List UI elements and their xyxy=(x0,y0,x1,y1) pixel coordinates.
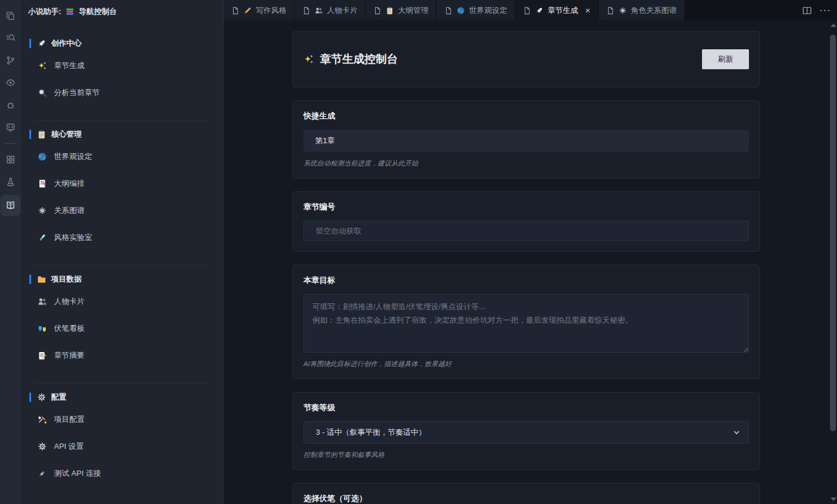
sidebar-section-2: 项目数据人物卡片伏笔看板章节摘要 xyxy=(21,266,223,383)
sidebar-item[interactable]: 伏笔看板 xyxy=(21,315,223,342)
debug-bug-icon xyxy=(6,100,15,110)
activity-item-debug-bug[interactable] xyxy=(0,94,21,116)
scrollbar-thumb[interactable] xyxy=(830,35,836,431)
tab-label: 章节生成 xyxy=(548,5,578,16)
chapter-goal-textarea[interactable] xyxy=(303,294,749,353)
sidebar-item-label: API 设置 xyxy=(54,441,84,452)
sidebar-item[interactable]: 关系图谱 xyxy=(21,197,223,224)
tab-close-icon[interactable]: × xyxy=(585,6,590,15)
sparkles-icon xyxy=(303,54,314,65)
sidebar-item-label: 分析当前章节 xyxy=(54,87,100,98)
busts-icon xyxy=(315,6,323,15)
sidebar-item[interactable]: API 设置 xyxy=(21,433,223,460)
pencil-icon xyxy=(244,6,252,15)
sidebar-item[interactable]: 章节生成 xyxy=(21,52,223,79)
activity-item-source-control[interactable] xyxy=(0,49,21,72)
activity-item-test-flask[interactable] xyxy=(0,171,21,193)
novel-book-icon xyxy=(6,201,15,210)
memo-icon xyxy=(38,179,47,188)
sidebar-item-label: 伏笔看板 xyxy=(54,323,85,334)
tools-icon xyxy=(38,415,47,424)
watch-eye-icon xyxy=(6,78,15,87)
tab-5[interactable]: 角色关系图谱 xyxy=(599,0,685,21)
activity-bar-divider xyxy=(4,143,17,144)
activity-item-files[interactable] xyxy=(0,5,21,27)
activity-item-grid-view[interactable] xyxy=(0,148,21,171)
activity-item-watch-eye[interactable] xyxy=(0,72,21,94)
file-icon xyxy=(444,6,453,15)
sidebar-item-label: 人物卡片 xyxy=(54,296,85,307)
tab-actions: ··· xyxy=(802,0,831,21)
chapter-number-input[interactable] xyxy=(303,221,749,241)
section-label: 配置 xyxy=(51,392,66,402)
tab-label: 人物卡片 xyxy=(327,5,357,16)
activity-item-search[interactable] xyxy=(0,27,21,49)
tab-3[interactable]: 世界观设定 xyxy=(437,0,515,21)
quick-generate-hint: 系统自动检测当前进度，建议从此开始 xyxy=(303,159,749,168)
pace-level-select[interactable]: 3 - 适中（叙事平衡，节奏适中） xyxy=(303,421,749,444)
activity-item-novel-book[interactable] xyxy=(0,193,21,218)
sidebar-item-label: 测试 API 连接 xyxy=(54,468,101,479)
editor-area: 章节生成控制台 刷新 快捷生成 第1章 系统自动检测当前进度，建议从此开始 章节… xyxy=(224,21,837,504)
sidebar-section-0: 创作中心章节生成分析当前章节 xyxy=(21,30,223,120)
chapter-goal-label: 本章目标 xyxy=(303,275,749,286)
sidebar-item[interactable]: 风格实验室 xyxy=(21,224,223,251)
sidebar-item[interactable]: 人物卡片 xyxy=(21,288,223,315)
sidebar-sections: 创作中心章节生成分析当前章节核心管理世界观设定大纲编排关系图谱风格实验室项目数据… xyxy=(21,30,223,501)
tab-4[interactable]: 章节生成× xyxy=(515,0,599,21)
sidebar-item[interactable]: 项目配置 xyxy=(21,406,223,433)
scrollbar[interactable] xyxy=(829,21,837,504)
tab-0[interactable]: 写作风格 xyxy=(224,0,295,21)
plug-icon xyxy=(38,469,47,478)
file-icon xyxy=(302,6,310,15)
sidebar-item-label: 章节生成 xyxy=(54,60,85,71)
quick-generate-chapter-button[interactable]: 第1章 xyxy=(303,130,749,152)
sidebar-title: 小说助手: 导航控制台 xyxy=(21,0,223,18)
sparkles-icon xyxy=(38,61,47,70)
test-flask-icon xyxy=(6,177,15,187)
tab-2[interactable]: 大纲管理 xyxy=(366,0,437,21)
file-icon xyxy=(231,6,239,15)
tab-1[interactable]: 人物卡片 xyxy=(295,0,366,21)
files-icon xyxy=(6,11,15,21)
sidebar-item[interactable]: 分析当前章节 xyxy=(21,79,223,106)
section-label: 创作中心 xyxy=(51,38,82,49)
sidebar-title-text: 导航控制台 xyxy=(79,6,117,17)
sidebar-section-header: 创作中心 xyxy=(29,38,216,49)
more-actions-icon[interactable]: ··· xyxy=(820,6,831,15)
sidebar-item[interactable]: 测试 API 连接 xyxy=(21,460,223,487)
extension-console-icon xyxy=(6,123,15,132)
sidebar-title-prefix: 小说助手: xyxy=(28,6,61,17)
activity-item-extension-console[interactable] xyxy=(0,116,21,138)
sidebar-item[interactable]: 大纲编排 xyxy=(21,170,223,197)
file-icon xyxy=(523,6,531,15)
page-title: 章节生成控制台 xyxy=(303,52,398,67)
pace-level-card: 节奏等级 3 - 适中（叙事平衡，节奏适中） 控制章节的节奏和叙事风格 xyxy=(292,392,760,470)
scroll-down-icon[interactable] xyxy=(831,498,836,501)
web-icon xyxy=(38,206,47,215)
scroll-up-icon[interactable] xyxy=(831,23,836,27)
sidebar-item[interactable]: 世界观设定 xyxy=(21,143,223,170)
sidebar: 小说助手: 导航控制台 创作中心章节生成分析当前章节核心管理世界观设定大纲编排关… xyxy=(21,0,223,504)
masks-icon xyxy=(38,324,47,333)
sidebar-section-header: 核心管理 xyxy=(29,129,216,140)
refresh-button[interactable]: 刷新 xyxy=(702,49,749,69)
memo-pencil-icon xyxy=(38,351,47,360)
tab-label: 写作风格 xyxy=(256,5,286,16)
pace-level-hint: 控制章节的节奏和叙事风格 xyxy=(303,451,749,459)
web-icon xyxy=(619,6,627,15)
busts-icon xyxy=(38,297,47,306)
sidebar-section-1: 核心管理世界观设定大纲编排关系图谱风格实验室 xyxy=(21,121,223,265)
chapter-goal-hint: AI将围绕此目标进行创作，描述越具体，效果越好 xyxy=(303,360,749,368)
split-editor-icon[interactable] xyxy=(802,6,812,15)
tab-label: 大纲管理 xyxy=(398,5,428,16)
sidebar-item-label: 风格实验室 xyxy=(54,232,92,243)
rocket-icon xyxy=(37,39,46,48)
tab-label: 世界观设定 xyxy=(469,5,507,16)
chevron-down-icon xyxy=(732,428,741,437)
sidebar-item-label: 大纲编排 xyxy=(54,178,85,189)
chapter-number-label: 章节编号 xyxy=(303,202,749,212)
source-control-icon xyxy=(6,56,15,65)
file-icon xyxy=(606,6,615,15)
sidebar-item[interactable]: 章节摘要 xyxy=(21,342,223,369)
